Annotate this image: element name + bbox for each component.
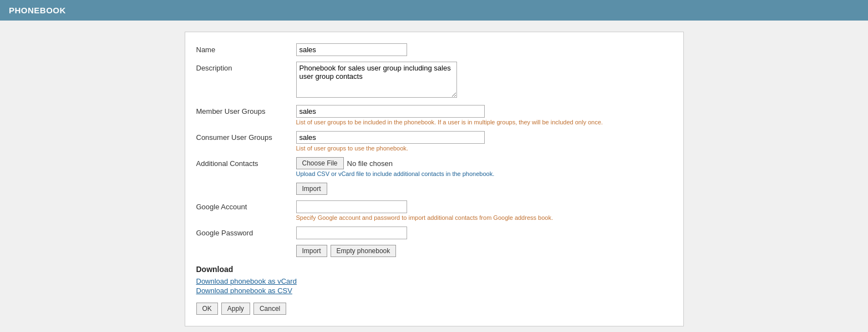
description-label: Description (196, 62, 296, 72)
google-password-input[interactable] (296, 227, 407, 239)
no-file-chosen-text: No file chosen (347, 159, 393, 168)
download-csv-link[interactable]: Download phonebook as CSV (196, 286, 667, 295)
download-links: Download phonebook as vCard Download pho… (196, 277, 667, 295)
import-bottom-button[interactable]: Import (296, 245, 327, 257)
google-account-row: Google Account Specify Google account an… (196, 200, 667, 221)
consumer-user-groups-row: Consumer User Groups List of user groups… (196, 131, 667, 152)
consumer-user-groups-field: List of user groups to use the phonebook… (296, 131, 667, 152)
description-row: Description Phonebook for sales user gro… (196, 62, 667, 99)
google-hint: Specify Google account and password to i… (296, 214, 667, 221)
consumer-hint: List of user groups to use the phonebook… (296, 145, 667, 152)
description-textarea[interactable]: Phonebook for sales user group including… (296, 62, 457, 98)
page-title: PHONEBOOK (9, 6, 66, 15)
form-container: Name Description Phonebook for sales use… (185, 32, 684, 326)
google-account-label: Google Account (196, 200, 296, 211)
member-hint: List of user groups to be included in th… (296, 119, 667, 125)
google-password-label: Google Password (196, 227, 296, 237)
upload-hint: Upload CSV or vCard file to include addi… (296, 170, 667, 177)
member-user-groups-input[interactable] (296, 105, 485, 118)
file-row: Choose File No file chosen (296, 157, 667, 169)
download-section-title: Download (196, 265, 667, 274)
additional-contacts-field: Choose File No file chosen Upload CSV or… (296, 157, 667, 177)
google-password-row: Google Password (196, 227, 667, 239)
additional-contacts-label: Additional Contacts (196, 157, 296, 168)
member-user-groups-label: Member User Groups (196, 105, 296, 115)
import-top-button[interactable]: Import (296, 183, 327, 195)
additional-contacts-row: Additional Contacts Choose File No file … (196, 157, 667, 177)
member-user-groups-field: List of user groups to be included in th… (296, 105, 667, 125)
name-label: Name (196, 43, 296, 54)
import-bottom-row: Import Empty phonebook (196, 245, 667, 257)
description-field: Phonebook for sales user group including… (296, 62, 667, 99)
choose-file-button[interactable]: Choose File (296, 157, 344, 169)
name-field (296, 43, 667, 56)
google-account-field: Specify Google account and password to i… (296, 200, 667, 221)
page-header: PHONEBOOK (0, 0, 868, 21)
name-input[interactable] (296, 43, 407, 56)
member-user-groups-row: Member User Groups List of user groups t… (196, 105, 667, 125)
empty-phonebook-button[interactable]: Empty phonebook (331, 245, 397, 257)
page-content: Name Description Phonebook for sales use… (0, 21, 868, 332)
google-password-field (296, 227, 667, 239)
download-vcard-link[interactable]: Download phonebook as vCard (196, 277, 667, 285)
apply-button[interactable]: Apply (221, 303, 250, 315)
action-buttons: OK Apply Cancel (196, 303, 667, 315)
consumer-user-groups-input[interactable] (296, 131, 485, 144)
google-account-input[interactable] (296, 200, 407, 213)
import-top-row: Import (196, 183, 667, 195)
name-row: Name (196, 43, 667, 56)
ok-button[interactable]: OK (196, 303, 218, 315)
cancel-button[interactable]: Cancel (253, 303, 286, 315)
consumer-user-groups-label: Consumer User Groups (196, 131, 296, 142)
